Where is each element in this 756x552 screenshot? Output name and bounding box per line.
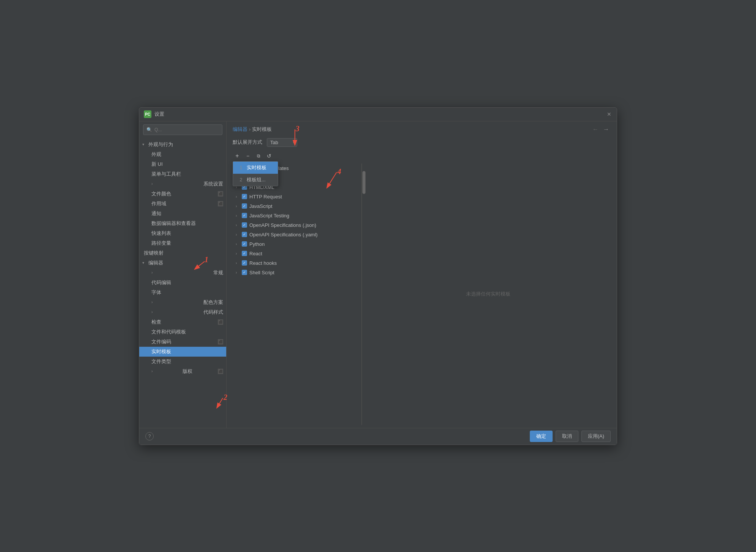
template-group-http-request[interactable]: › HTTP Request [233, 192, 361, 201]
sidebar-item-inspection[interactable]: 检查 ⬛ [139, 317, 226, 327]
template-group-react[interactable]: › React [233, 249, 361, 258]
bottom-bar: ? 确定 取消 应用(A) [139, 428, 617, 445]
search-input[interactable] [154, 127, 219, 132]
remove-button[interactable]: − [243, 151, 252, 160]
chevron-down-icon: ▾ [142, 261, 148, 265]
sidebar-item-file-code-templates[interactable]: 文件和代码模板 [139, 327, 226, 337]
chevron-right-icon: › [236, 233, 242, 237]
sidebar-item-code-style[interactable]: › 代码样式 [139, 307, 226, 317]
content-area: 🔍 ▾ 外观与行为 外观 新 UI 菜单与工具栏 › [139, 121, 617, 428]
toolbar-container: + 1 实时模板 2 模板组... [233, 151, 611, 164]
dropdown-item-template-group[interactable]: 2 模板组... [233, 174, 278, 186]
template-group-react-hooks[interactable]: › React hooks [233, 258, 361, 268]
top-bar: 编辑器 › 实时模板 ← → [227, 121, 617, 135]
breadcrumb-parent[interactable]: 编辑器 [233, 126, 247, 133]
monitor-icon: ⬛ [218, 201, 223, 206]
monitor-icon: ⬛ [218, 191, 223, 197]
chevron-right-icon: › [236, 214, 242, 218]
sidebar-item-file-colors[interactable]: 文件颜色 ⬛ [139, 189, 226, 199]
monitor-icon: ⬛ [218, 319, 223, 325]
chevron-right-icon: › [236, 270, 242, 275]
chevron-right-icon: › [151, 300, 157, 304]
search-box[interactable]: 🔍 [143, 124, 222, 135]
panels-container: › Django Templates › flask › [233, 164, 611, 425]
python-checkbox[interactable] [242, 241, 247, 247]
toolbar: + 1 实时模板 2 模板组... [233, 151, 611, 160]
sidebar-item-copyright[interactable]: › 版权 ⬛ [139, 366, 226, 376]
sidebar-item-notifications[interactable]: 通知 [139, 209, 226, 219]
copy-button[interactable]: ⧉ [254, 151, 263, 160]
sidebar-item-system-settings[interactable]: › 系统设置 [139, 179, 226, 189]
sidebar-group-editor[interactable]: ▾ 编辑器 [139, 258, 226, 268]
dropdown-item-live-template[interactable]: 1 实时模板 [233, 162, 278, 174]
scrollbar-thumb[interactable] [362, 171, 365, 194]
chevron-right-icon: › [151, 182, 157, 186]
chevron-right-icon: › [151, 310, 157, 314]
sidebar-item-keymaps[interactable]: 按键映射 [139, 248, 226, 258]
apply-button[interactable]: 应用(A) [581, 431, 611, 442]
breadcrumb-separator: › [249, 126, 250, 132]
sidebar-item-scope[interactable]: 作用域 ⬛ [139, 199, 226, 209]
sidebar-item-path-variables[interactable]: 路径变量 [139, 238, 226, 248]
template-group-openapi-yaml[interactable]: › OpenAPI Specifications (.yaml) [233, 230, 361, 239]
sidebar-item-code-edit[interactable]: 代码编辑 [139, 278, 226, 288]
scrollbar-track [362, 164, 365, 425]
forward-button[interactable]: → [602, 125, 611, 134]
http-request-checkbox[interactable] [242, 194, 247, 199]
sidebar-item-general[interactable]: › 常规 [139, 268, 226, 278]
expand-mode-select-wrapper: Tab Enter Space ▾ [267, 138, 297, 147]
openapi-json-checkbox[interactable] [242, 222, 247, 228]
sidebar-item-live-templates[interactable]: 实时模板 [139, 347, 226, 357]
sidebar-item-font[interactable]: 字体 [139, 288, 226, 297]
openapi-yaml-checkbox[interactable] [242, 232, 247, 237]
reset-button[interactable]: ↺ [265, 151, 274, 160]
sidebar-nav: ▾ 外观与行为 外观 新 UI 菜单与工具栏 › 系统设置 文件颜色 [139, 138, 226, 428]
sidebar-item-quick-list[interactable]: 快速列表 [139, 228, 226, 238]
template-group-shell-script[interactable]: › Shell Script [233, 268, 361, 277]
monitor-icon: ⬛ [218, 339, 223, 344]
sidebar-group-appearance[interactable]: ▾ 外观与行为 [139, 140, 226, 149]
sidebar-item-new-ui[interactable]: 新 UI [139, 159, 226, 169]
sidebar-item-appearance[interactable]: 外观 [139, 149, 226, 159]
expand-mode-row: 默认展开方式 Tab Enter Space ▾ [233, 138, 611, 147]
template-group-openapi-json[interactable]: › OpenAPI Specifications (.json) [233, 220, 361, 230]
help-button[interactable]: ? [145, 432, 154, 440]
react-hooks-checkbox[interactable] [242, 260, 247, 266]
sidebar-item-data-editor[interactable]: 数据编辑器和查看器 [139, 219, 226, 228]
expand-mode-select[interactable]: Tab Enter Space [267, 138, 297, 147]
settings-section: 默认展开方式 Tab Enter Space ▾ + [227, 135, 617, 428]
confirm-button[interactable]: 确定 [530, 431, 553, 442]
breadcrumb-current: 实时模板 [252, 126, 272, 133]
monitor-icon: ⬛ [218, 369, 223, 374]
main-content: 编辑器 › 实时模板 ← → 默认展开方式 Tab Enter [227, 121, 617, 428]
sidebar-group-editor-label: 编辑器 [148, 259, 163, 266]
close-button[interactable]: ✕ [606, 111, 612, 117]
sidebar-item-menus-toolbars[interactable]: 菜单与工具栏 [139, 169, 226, 179]
chevron-right-icon: › [236, 195, 242, 199]
left-panel: › Django Templates › flask › [233, 164, 362, 425]
nav-arrows-container: ← → [591, 125, 611, 134]
expand-mode-label: 默认展开方式 [233, 139, 262, 146]
react-checkbox[interactable] [242, 251, 247, 256]
bottom-right: 确定 取消 应用(A) [530, 431, 611, 442]
template-group-javascript[interactable]: › JavaScript [233, 201, 361, 211]
window-title: 设置 [154, 111, 606, 118]
cancel-button[interactable]: 取消 [556, 431, 578, 442]
javascript-testing-checkbox[interactable] [242, 213, 247, 218]
add-dropdown-menu: 1 实时模板 2 模板组... [233, 161, 278, 186]
add-button[interactable]: + 1 实时模板 2 模板组... [233, 151, 242, 160]
sidebar-item-file-types[interactable]: 文件类型 [139, 357, 226, 366]
search-icon: 🔍 [146, 127, 152, 132]
chevron-right-icon: › [151, 270, 157, 275]
sidebar-item-color-scheme[interactable]: › 配色方案 [139, 297, 226, 307]
shell-script-checkbox[interactable] [242, 270, 247, 275]
back-button[interactable]: ← [591, 125, 600, 134]
title-bar: PC 设置 ✕ [139, 108, 617, 121]
template-group-python[interactable]: › Python [233, 239, 361, 249]
chevron-right-icon: › [151, 369, 157, 373]
chevron-right-icon: › [236, 204, 242, 208]
sidebar-item-file-encoding[interactable]: 文件编码 ⬛ [139, 337, 226, 347]
template-group-javascript-testing[interactable]: › JavaScript Testing [233, 211, 361, 220]
javascript-checkbox[interactable] [242, 203, 247, 209]
right-panel: 未选择任何实时模板 [365, 164, 611, 425]
